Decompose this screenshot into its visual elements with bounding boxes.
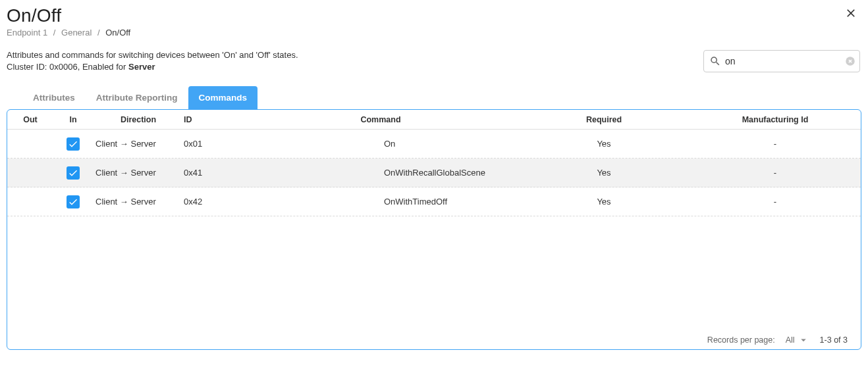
column-header-in[interactable]: In [53,115,93,124]
column-header-required[interactable]: Required [518,115,690,124]
table-body: Client → Server 0x01 On Yes - Client → S… [7,130,861,331]
page-title: On/Off [7,5,61,26]
cluster-description: Attributes and commands for switching de… [7,49,298,73]
cell-manufacturing-id: - [690,168,861,178]
records-per-page-label: Records per page: [707,335,775,345]
table-header-row: Out In Direction ID Command Required Man… [7,110,861,130]
records-per-page-select[interactable]: All [786,334,809,346]
close-icon [844,7,857,20]
tab-attributes[interactable]: Attributes [22,86,86,109]
column-header-direction[interactable]: Direction [93,115,184,124]
breadcrumb-endpoint[interactable]: Endpoint 1 [7,28,47,37]
cell-required: Yes [518,139,690,149]
clear-icon [844,55,856,67]
cell-direction: Client → Server [93,139,184,149]
cell-manufacturing-id: - [690,139,861,149]
breadcrumb-general[interactable]: General [61,28,92,37]
in-checkbox[interactable] [67,195,80,208]
records-range: 1-3 of 3 [820,335,848,345]
cell-id: 0x41 [184,168,243,178]
breadcrumb-separator: / [50,28,59,37]
cell-command: OnWithRecallGlobalScene [243,168,518,178]
table-row: Client → Server 0x41 OnWithRecallGlobalS… [7,159,861,187]
cell-in [53,166,93,180]
breadcrumb-current: On/Off [105,28,130,37]
commands-table: Out In Direction ID Command Required Man… [7,109,861,350]
breadcrumb-separator: / [94,28,103,37]
cell-id: 0x01 [184,139,243,149]
column-header-out[interactable]: Out [7,115,53,124]
column-header-manufacturing-id[interactable]: Manufacturing Id [690,115,861,124]
tabs: Attributes Attribute Reporting Commands [0,74,868,109]
clear-search-button[interactable] [844,55,856,67]
cell-direction: Client → Server [93,197,184,207]
cell-required: Yes [518,168,690,178]
chevron-down-icon [798,334,809,346]
description-line2-strong: Server [128,62,155,72]
description-line1: Attributes and commands for switching de… [7,49,298,61]
check-icon [68,168,78,178]
search-field[interactable] [703,50,860,72]
column-header-command[interactable]: Command [243,115,518,124]
table-row: Client → Server 0x42 OnWithTimedOff Yes … [7,187,861,216]
close-button[interactable] [842,5,860,23]
in-checkbox[interactable] [67,137,80,151]
cell-direction: Client → Server [93,168,184,178]
cell-in [53,195,93,208]
cell-command: On [243,139,518,149]
check-icon [68,197,78,207]
column-header-id[interactable]: ID [184,115,243,124]
in-checkbox[interactable] [67,166,80,180]
cell-command: OnWithTimedOff [243,197,518,207]
cell-id: 0x42 [184,197,243,207]
description-line2: Cluster ID: 0x0006, Enabled for Server [7,61,298,73]
breadcrumb: Endpoint 1 / General / On/Off [0,28,868,37]
cell-manufacturing-id: - [690,197,861,207]
table-row: Client → Server 0x01 On Yes - [7,130,861,159]
search-icon [709,55,721,67]
description-line2-prefix: Cluster ID: 0x0006, Enabled for [7,62,128,72]
search-input[interactable] [725,56,840,66]
tab-attribute-reporting[interactable]: Attribute Reporting [86,86,188,109]
check-icon [68,139,78,149]
cell-required: Yes [518,197,690,207]
tab-commands[interactable]: Commands [188,86,258,109]
table-pager: Records per page: All 1-3 of 3 [7,331,861,349]
cell-in [53,137,93,151]
records-per-page-value: All [786,335,795,345]
